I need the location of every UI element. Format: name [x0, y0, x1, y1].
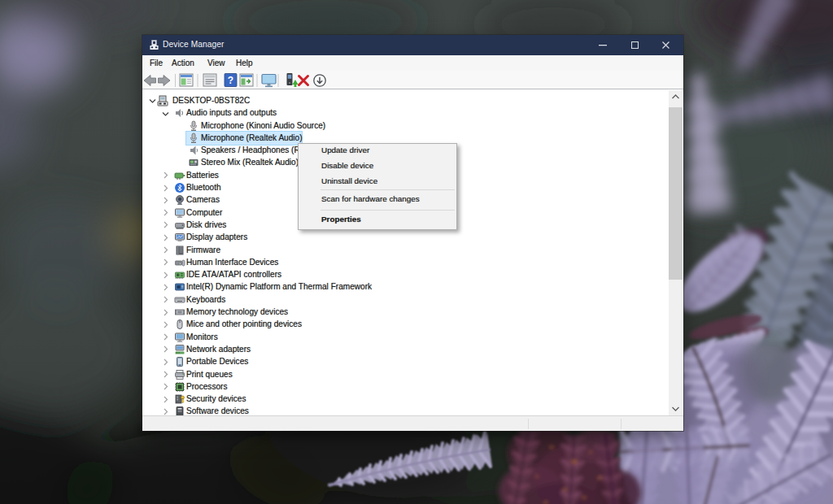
- svg-text:?: ?: [228, 75, 233, 86]
